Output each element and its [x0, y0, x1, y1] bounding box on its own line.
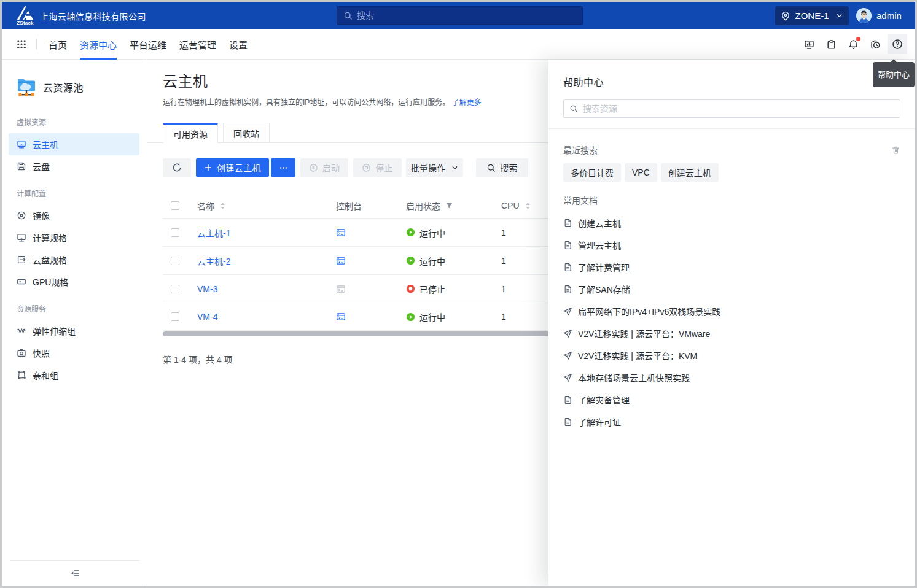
doc-item[interactable]: 了解计费管理: [563, 256, 900, 278]
notification-bell-icon[interactable]: [843, 34, 863, 54]
status-cell: 运行中: [396, 311, 491, 323]
console-icon[interactable]: [336, 228, 346, 238]
help-search-input[interactable]: [583, 104, 894, 114]
image-disc-icon: [17, 211, 26, 220]
nav-item-platform-ops[interactable]: 平台运维: [130, 29, 166, 59]
sidebar-item-instance-offering[interactable]: 计算规格: [9, 226, 139, 249]
doc-item[interactable]: 了解灾备管理: [563, 389, 900, 411]
refresh-icon: [172, 163, 182, 172]
row-checkbox[interactable]: [171, 228, 179, 237]
file-icon: [563, 395, 572, 404]
send-icon: [563, 307, 572, 316]
running-status-icon: [406, 312, 415, 322]
cloud-pool-icon: [17, 77, 36, 98]
doc-item[interactable]: 了解SAN存储: [563, 278, 900, 300]
screen-record-icon[interactable]: [865, 34, 885, 54]
row-checkbox[interactable]: [171, 312, 179, 321]
console-icon[interactable]: [336, 312, 346, 322]
doc-item[interactable]: 创建云主机: [563, 212, 900, 234]
status-cell: 运行中: [396, 255, 491, 267]
sidebar-item-affinity-group[interactable]: 亲和组: [9, 364, 139, 386]
batch-actions-button[interactable]: 批量操作: [406, 158, 463, 177]
global-search[interactable]: [337, 6, 583, 25]
search-icon: [569, 104, 578, 113]
vm-name-link[interactable]: VM-3: [197, 284, 217, 294]
tab-available-resources[interactable]: 可用资源: [163, 123, 218, 143]
instance-offering-icon: [17, 233, 26, 242]
monitor-chart-icon[interactable]: [799, 34, 819, 54]
sidebar-list: 镜像 计算规格 云盘规格 GPU规格: [2, 204, 147, 293]
sidebar-section-compute-config: 计算配置: [17, 190, 147, 198]
sort-icon[interactable]: [523, 201, 533, 211]
gpu-card-icon: [17, 277, 26, 287]
doc-item[interactable]: V2V迁移实践 | 源云平台：VMware: [563, 322, 900, 344]
refresh-button[interactable]: [163, 158, 191, 177]
zone-selector[interactable]: ZONE-1: [775, 6, 849, 25]
column-header-name[interactable]: 名称: [187, 199, 326, 212]
select-all-checkbox[interactable]: [171, 201, 179, 210]
doc-list: 创建云主机 管理云主机 了解计费管理 了解SAN存储: [563, 212, 900, 433]
brand[interactable]: ZStack 上海云轴信息科技有限公司: [2, 6, 146, 26]
help-search[interactable]: [563, 99, 900, 118]
recent-search-label: 最近搜索: [563, 146, 598, 155]
doc-item[interactable]: 了解许可证: [563, 411, 900, 433]
doc-item[interactable]: 本地存储场景云主机快照实践: [563, 366, 900, 389]
nav-item-operation-mgmt[interactable]: 运营管理: [179, 29, 216, 59]
sidebar-item-vm-instance[interactable]: 云主机: [9, 133, 139, 155]
sidebar-item-autoscaling-group[interactable]: 弹性伸缩组: [9, 320, 139, 342]
start-button[interactable]: 启动: [300, 158, 348, 177]
nav-divider: [36, 39, 37, 50]
nav-item-home[interactable]: 首页: [49, 29, 67, 59]
global-search-input[interactable]: [357, 10, 576, 20]
zstack-logo-icon: ZStack: [16, 6, 34, 26]
running-status-icon: [406, 256, 415, 265]
sidebar-item-volume-offering[interactable]: 云盘规格: [9, 249, 139, 271]
send-icon: [563, 351, 572, 360]
learn-more-link[interactable]: 了解更多: [452, 98, 482, 107]
help-center-icon[interactable]: [888, 34, 907, 54]
file-icon: [563, 285, 572, 294]
sidebar-header: 云资源池: [17, 77, 147, 98]
sidebar: 云资源池 虚拟资源 云主机 云盘 计算配置 镜像: [2, 60, 147, 586]
row-checkbox[interactable]: [171, 285, 179, 293]
stop-circle-icon: [362, 163, 371, 172]
column-header-status[interactable]: 启用状态: [396, 199, 491, 212]
sidebar-collapse[interactable]: [10, 560, 139, 586]
sidebar-item-image[interactable]: 镜像: [9, 204, 139, 226]
autoscaling-wave-icon: [17, 326, 26, 336]
vm-monitor-icon: [17, 139, 26, 149]
console-icon[interactable]: [336, 256, 346, 266]
sidebar-title: 云资源池: [43, 80, 84, 95]
running-status-icon: [406, 228, 415, 237]
status-cell: 运行中: [396, 226, 491, 239]
chevron-down-icon: [835, 12, 843, 20]
sidebar-item-gpu-offering[interactable]: GPU规格: [9, 271, 139, 293]
nav-item-resource-center[interactable]: 资源中心: [80, 29, 117, 59]
doc-item[interactable]: V2V迁移实践 | 源云平台：KVM: [563, 344, 900, 366]
nav-item-settings[interactable]: 设置: [229, 29, 248, 59]
row-checkbox[interactable]: [171, 257, 179, 265]
snapshot-camera-icon: [17, 348, 26, 358]
vm-name-link[interactable]: VM-4: [197, 312, 217, 322]
sidebar-item-volume[interactable]: 云盘: [9, 155, 139, 177]
tab-recycle-bin[interactable]: 回收站: [223, 123, 270, 143]
doc-item[interactable]: 扁平网络下的IPv4+IPv6双栈场景实践: [563, 300, 900, 322]
trash-icon[interactable]: [891, 145, 900, 155]
vm-name-link[interactable]: 云主机-2: [197, 255, 230, 267]
search-tag[interactable]: 创建云主机: [661, 163, 719, 182]
apps-grid-icon[interactable]: [17, 39, 26, 49]
more-actions-button[interactable]: [271, 158, 295, 177]
search-tag[interactable]: VPC: [625, 163, 657, 182]
doc-item[interactable]: 管理云主机: [563, 234, 900, 256]
table-search-button[interactable]: 搜索: [476, 158, 528, 177]
sidebar-item-snapshot[interactable]: 快照: [9, 342, 139, 364]
user-menu[interactable]: admin: [856, 8, 902, 23]
vm-name-link[interactable]: 云主机-1: [197, 226, 230, 239]
clipboard-icon[interactable]: [821, 34, 841, 54]
filter-icon[interactable]: [445, 202, 453, 210]
column-header-console: 控制台: [326, 199, 396, 212]
sort-icon[interactable]: [218, 201, 227, 211]
create-vm-button[interactable]: 创建云主机: [196, 158, 269, 177]
stop-button[interactable]: 停止: [353, 158, 402, 177]
search-tag[interactable]: 多价目计费: [563, 163, 621, 182]
